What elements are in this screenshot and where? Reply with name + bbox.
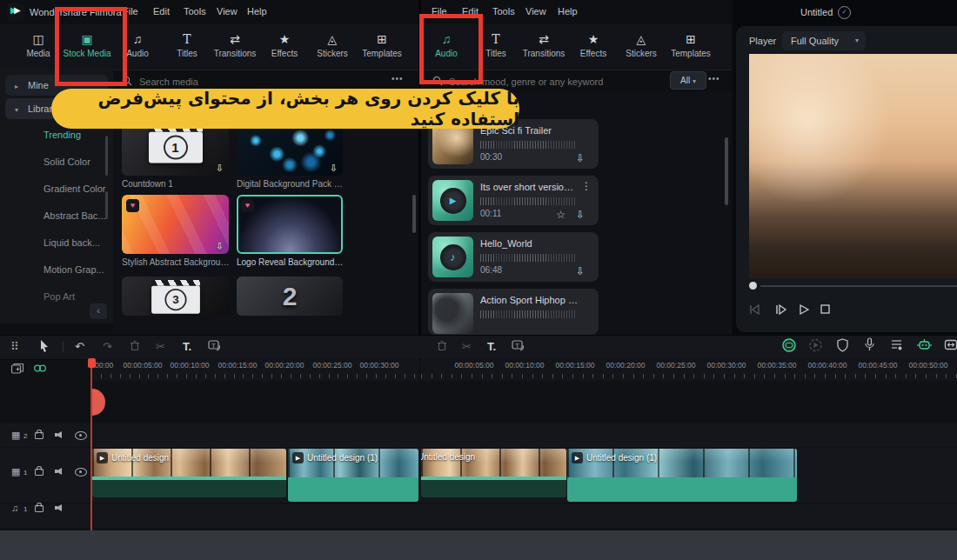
sidebar-collapse-button[interactable]: ‹ bbox=[90, 303, 107, 319]
delete-icon[interactable] bbox=[437, 340, 447, 351]
clip-untitled-design[interactable]: ▶Untitled design bbox=[92, 449, 286, 497]
favorite-star-icon[interactable]: ☆ bbox=[556, 209, 566, 221]
audio-item-its-over[interactable]: ▶ Its over short version(s... ⋮ 00:11 ☆ … bbox=[428, 176, 599, 225]
ruler-ticks bbox=[421, 374, 957, 378]
select-cursor-icon[interactable] bbox=[38, 339, 50, 352]
timeline-ruler-left[interactable]: 00:00 00:00:05:00 00:00:10:00 00:00:15:0… bbox=[91, 358, 418, 381]
mute-track-icon[interactable] bbox=[56, 504, 62, 511]
playhead-handle[interactable] bbox=[88, 358, 96, 368]
delete-icon[interactable] bbox=[130, 340, 140, 351]
filter-all-dropdown[interactable]: All ▾ bbox=[670, 71, 706, 90]
lock-track-icon[interactable] bbox=[35, 505, 44, 512]
media-thumb-stylish-abstract[interactable]: ♥ ⇩ bbox=[122, 195, 229, 254]
hide-track-icon[interactable] bbox=[75, 468, 87, 477]
tab-effects[interactable]: ★ Effects bbox=[569, 31, 618, 58]
more-options-icon[interactable]: ••• bbox=[392, 74, 404, 83]
audio-mixer-icon[interactable] bbox=[890, 338, 903, 351]
media-thumb-digital-background[interactable]: ⇩ bbox=[237, 122, 343, 176]
split-scissors-icon[interactable]: ✂ bbox=[156, 340, 165, 353]
voiceover-mic-icon[interactable] bbox=[864, 337, 875, 352]
tab-templates[interactable]: ⊞ Templates bbox=[358, 31, 406, 58]
mute-track-icon[interactable] bbox=[56, 468, 62, 475]
download-icon[interactable]: ⇩ bbox=[216, 163, 224, 174]
kebab-menu-icon[interactable]: ⋮ bbox=[581, 180, 592, 192]
speech-to-text-icon[interactable]: T bbox=[208, 340, 222, 352]
audio-item-action-sport[interactable]: Action Sport Hiphop Sc... bbox=[428, 289, 599, 335]
playhead-knob[interactable] bbox=[749, 282, 757, 290]
tab-transitions[interactable]: ⇄ Transitions bbox=[519, 31, 568, 58]
lock-track-icon[interactable] bbox=[35, 469, 44, 476]
audio-item-hello-world[interactable]: ♪ Hello_World 06:48 ⇩ bbox=[428, 232, 599, 282]
media-thumb-countdown-3[interactable]: 3 bbox=[122, 277, 229, 316]
text-tool-icon[interactable]: T. bbox=[487, 340, 496, 353]
sidebar-item-motion-graphics[interactable]: Motion Grap... bbox=[44, 264, 104, 275]
project-status-icon[interactable]: ✓ bbox=[838, 6, 851, 19]
media-thumb-countdown-2[interactable]: 2 bbox=[237, 277, 343, 316]
media-grid-scrollbar[interactable] bbox=[412, 195, 416, 233]
hide-track-icon[interactable] bbox=[75, 431, 87, 440]
next-frame-button[interactable] bbox=[774, 303, 787, 316]
download-icon[interactable]: ⇩ bbox=[330, 163, 338, 174]
download-icon[interactable]: ⇩ bbox=[576, 152, 585, 164]
sidebar-item-pop-art[interactable]: Pop Art bbox=[44, 291, 75, 302]
download-icon[interactable]: ⇩ bbox=[576, 209, 585, 221]
menu-tools[interactable]: Tools bbox=[492, 6, 515, 17]
menu-view[interactable]: View bbox=[525, 6, 546, 17]
redo-icon[interactable]: ↷ bbox=[103, 340, 112, 353]
clip-untitled-design-1[interactable]: ▶Untitled design (1) bbox=[288, 449, 418, 502]
menu-tools[interactable]: Tools bbox=[184, 6, 206, 17]
tab-templates[interactable]: ⊞ Templates bbox=[666, 31, 715, 58]
media-thumb-logo-reveal[interactable]: ♥ bbox=[237, 195, 343, 254]
tab-stickers[interactable]: ◬ Stickers bbox=[308, 31, 357, 58]
timeline-bottom-strip[interactable] bbox=[0, 530, 957, 560]
preview-play-circle-icon[interactable] bbox=[808, 338, 823, 352]
menu-edit[interactable]: Edit bbox=[153, 6, 170, 17]
timeline-ruler-right[interactable]: 00:00:05:00 00:00:10:00 00:00:15:00 00:0… bbox=[421, 358, 957, 381]
download-icon[interactable]: ⇩ bbox=[576, 265, 585, 277]
speech-to-text-icon[interactable]: T bbox=[512, 340, 525, 352]
sidebar-item-gradient-color[interactable]: Gradient Color bbox=[44, 183, 106, 194]
sidebar-item-liquid[interactable]: Liquid back... bbox=[44, 237, 100, 248]
audio-list-scrollbar[interactable] bbox=[725, 137, 728, 205]
download-icon[interactable]: ⇩ bbox=[216, 241, 224, 252]
ai-assistant-robot-icon[interactable] bbox=[916, 337, 933, 352]
mute-track-icon[interactable] bbox=[56, 431, 62, 438]
fit-timeline-icon[interactable] bbox=[944, 338, 957, 351]
video-preview[interactable] bbox=[749, 54, 957, 278]
more-options-icon[interactable]: ••• bbox=[708, 74, 720, 83]
audio-track-1-lane[interactable] bbox=[0, 504, 957, 528]
quality-dropdown[interactable]: Full Quality ▾ bbox=[782, 31, 866, 50]
clip-untitled-design-1[interactable]: ▶Untitled design (1) bbox=[567, 449, 797, 502]
tab-transitions[interactable]: ⇄ Transitions bbox=[211, 31, 259, 58]
grid-view-icon[interactable]: ⠿ bbox=[10, 340, 19, 353]
tab-titles[interactable]: T Titles bbox=[163, 31, 211, 58]
media-thumb-countdown-1[interactable]: 1 ⇩ bbox=[122, 122, 229, 176]
previous-frame-button[interactable] bbox=[748, 303, 761, 316]
split-scissors-icon[interactable]: ✂ bbox=[462, 340, 472, 353]
render-preview-toggle[interactable] bbox=[780, 338, 798, 352]
playhead-line[interactable] bbox=[90, 358, 92, 530]
sidebar-scrollbar[interactable] bbox=[105, 136, 108, 176]
sidebar-item-trending[interactable]: Trending bbox=[44, 130, 81, 140]
menu-help[interactable]: Help bbox=[558, 6, 578, 17]
chevron-down-icon: ▾ bbox=[693, 77, 696, 85]
text-tool-icon[interactable]: T. bbox=[183, 340, 191, 353]
svg-text:T: T bbox=[211, 342, 216, 350]
tab-effects[interactable]: ★ Effects bbox=[260, 31, 309, 58]
lock-track-icon[interactable] bbox=[35, 432, 44, 439]
undo-icon[interactable]: ↶ bbox=[75, 340, 84, 353]
shield-icon[interactable] bbox=[836, 338, 849, 352]
sidebar-scrollbar-2[interactable] bbox=[105, 191, 108, 219]
menu-help[interactable]: Help bbox=[247, 6, 267, 17]
stop-button[interactable] bbox=[820, 303, 831, 315]
clip-untitled-design[interactable]: Untitled design bbox=[421, 449, 566, 497]
scrubber-track[interactable] bbox=[760, 285, 957, 287]
add-to-timeline-icon[interactable] bbox=[10, 362, 24, 375]
auto-ripple-link-icon[interactable] bbox=[33, 363, 47, 374]
video-track-2-lane[interactable] bbox=[0, 423, 957, 447]
tab-stickers[interactable]: ◬ Stickers bbox=[617, 31, 666, 58]
menu-view[interactable]: View bbox=[217, 6, 238, 17]
sidebar-item-abstract[interactable]: Abstract Bac... bbox=[44, 210, 106, 221]
sidebar-item-solid-color[interactable]: Solid Color bbox=[44, 157, 90, 167]
play-button[interactable] bbox=[798, 303, 810, 316]
